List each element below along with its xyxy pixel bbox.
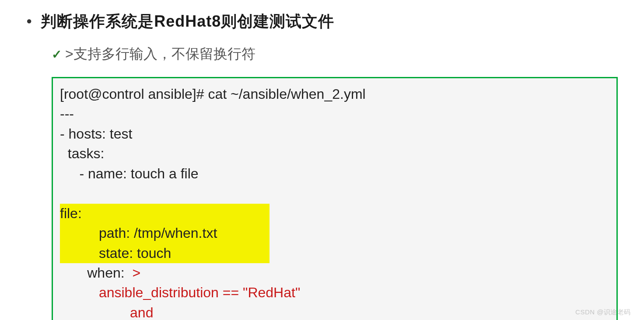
code-line-3: - hosts: test	[60, 126, 132, 142]
code-line-2: ---	[60, 106, 74, 122]
code-line-1: [root@control ansible]# cat ~/ansible/wh…	[60, 86, 366, 102]
code-line-11: and	[60, 305, 153, 320]
code-line-5: - name: touch a file	[60, 166, 199, 181]
subtitle-row: ✓ >支持多行输入，不保留换行符	[52, 45, 618, 64]
code-line-4: tasks:	[60, 146, 104, 161]
title-row: ● 判断操作系统是RedHat8则创建测试文件	[26, 11, 618, 32]
code-line-10: ansible_distribution == "RedHat"	[60, 285, 300, 300]
watermark: CSDN @识途老码	[575, 308, 631, 317]
code-line-7: path: /tmp/when.txt	[60, 225, 217, 241]
document-title: 判断操作系统是RedHat8则创建测试文件	[41, 11, 334, 32]
code-line-6-indent	[60, 185, 87, 201]
code-block: [root@control ansible]# cat ~/ansible/wh…	[52, 77, 618, 320]
code-line-6b: file:	[60, 205, 82, 221]
bullet-icon: ●	[26, 16, 32, 26]
code-line-8: state: touch	[60, 245, 171, 261]
checkmark-icon: ✓	[52, 47, 62, 62]
code-line-9b: >	[132, 265, 140, 281]
code-line-9a: when:	[60, 265, 132, 281]
subtitle-text: >支持多行输入，不保留换行符	[65, 45, 256, 64]
code-highlight-block: file: path: /tmp/when.txt state: touch	[60, 204, 270, 263]
document-content: ● 判断操作系统是RedHat8则创建测试文件 ✓ >支持多行输入，不保留换行符…	[0, 0, 644, 320]
